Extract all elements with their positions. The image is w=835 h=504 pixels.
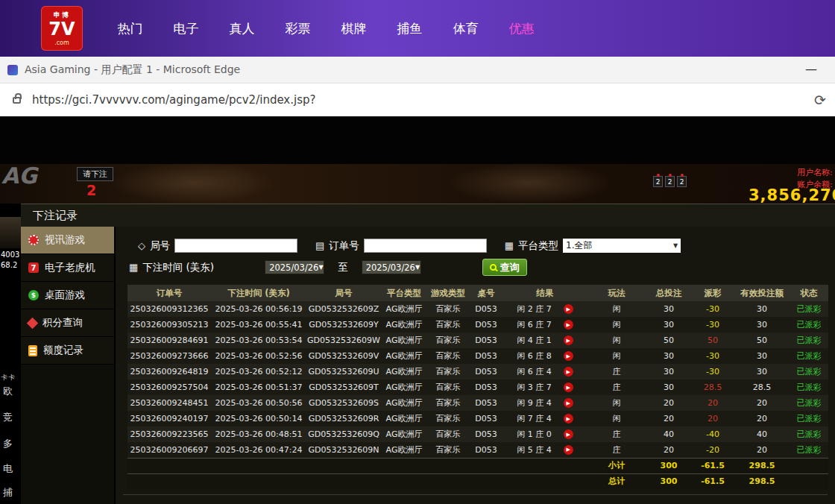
cell-payout: -30 [691,317,734,333]
cell-result: 闲 7 庄 4▶ [503,411,587,426]
cell-total: 30 [646,348,691,364]
cell-game-type: 百家乐 [427,395,469,411]
table-row: 2503260093052132025-03-26 00:55:41GD0532… [127,317,828,333]
cell-time: 2025-03-26 00:47:24 [211,442,306,458]
cell-order: 250326009273666 [127,348,211,364]
cell-valid: 20 [734,442,790,458]
cell-result: 闲 2 庄 7▶ [503,301,587,317]
round-input[interactable] [174,239,297,253]
table-row: 2503260092401972025-03-26 00:50:14GD0532… [127,411,828,426]
cell-table-no: D053 [469,411,503,426]
cell-valid: 28.5 [734,379,790,395]
date-to-value: 2025/03/26 [366,262,415,273]
nav-item-1[interactable]: 热门 [102,20,158,37]
cell-play: 庄 [587,426,646,442]
nav-item-4[interactable]: 彩票 [270,20,326,37]
address-url[interactable]: https://gci.7vvvvvv.com/agingame/pcv2/in… [32,93,315,107]
countdown-number: 2 [86,182,96,198]
nav-item-5[interactable]: 棋牌 [326,20,382,37]
cell-round: GD0532532609U [306,364,381,379]
strip-menu-item[interactable]: 捕 [3,486,13,500]
cell-table-no: D053 [469,317,503,333]
cell-table-no: D053 [469,301,503,317]
table-row: 2503260092846912025-03-26 00:53:54GD0532… [127,333,828,348]
result-wrap: 闲 7 庄 4▶ [503,413,587,424]
sidebar-item-4[interactable]: 积分查询 [21,309,114,337]
left-cutoff-strip: 400368.2卡卡欧竞多电捕 [0,204,21,504]
strip-menu-item[interactable]: 竞 [3,411,13,424]
result-wrap: 闲 6 庄 8▶ [503,350,587,362]
cell-time: 2025-03-26 00:48:51 [211,426,306,442]
record-icon [28,345,37,356]
game-background: AG 请下注 2 222 用户名称: 账户余额: 3,856,270.0 [0,118,835,204]
replay-play-icon[interactable]: ▶ [564,320,573,330]
refresh-icon[interactable]: ⟳ [814,92,826,108]
replay-play-icon[interactable]: ▶ [564,414,573,423]
sum-status [790,458,828,473]
cell-time: 2025-03-26 00:52:12 [211,364,306,379]
replay-play-icon[interactable]: ▶ [564,367,573,377]
nav-item-8[interactable]: 优惠 [494,20,549,37]
sidebar-item-1[interactable]: 视讯游戏 [21,227,114,254]
cell-play: 庄 [587,379,646,395]
nav-item-7[interactable]: 体育 [438,20,494,37]
sum-payout: -61.5 [691,458,734,473]
replay-play-icon[interactable]: ▶ [564,336,573,345]
minimize-button[interactable]: — [805,62,817,76]
cell-result: 闲 1 庄 0▶ [503,426,587,442]
column-header: 结果 [503,285,587,301]
nav-item-2[interactable]: 电子 [158,20,214,37]
calendar-icon: ▦ [129,262,138,273]
cell-status: 已派彩 [790,301,828,317]
column-header: 订单号 [127,285,211,301]
cell-game-type: 百家乐 [427,364,469,379]
strip-menu-item[interactable]: 卡卡 [1,373,16,382]
cell-time: 2025-03-26 00:52:56 [211,348,306,364]
panel-title: 下注记录 [33,209,78,223]
edge-tab-icon [7,65,18,75]
result-wrap: 闲 6 庄 7▶ [503,319,587,330]
replay-play-icon[interactable]: ▶ [564,429,573,439]
cell-order: 250326009248451 [127,395,211,411]
result-text: 闲 6 庄 7 [517,319,552,330]
cell-round: GD0532532609W [306,333,381,348]
cell-valid: 40 [734,426,790,442]
cell-play: 闲 [587,301,646,317]
search-button[interactable]: 查询 [482,259,527,276]
order-input[interactable] [364,239,487,253]
strip-menu-item[interactable]: 多 [3,437,13,450]
date-to-select[interactable]: 2025/03/26 ▼ [362,260,421,274]
nav-item-6[interactable]: 捕鱼 [382,20,438,37]
round-label: 局号 [150,239,170,253]
column-header: 总投注 [646,285,691,301]
cell-payout: -30 [691,348,734,364]
cell-payout: -30 [691,301,734,317]
address-bar: https://gci.7vvvvvv.com/agingame/pcv2/in… [0,84,835,118]
cell-order: 250326009312365 [127,301,211,317]
replay-play-icon[interactable]: ▶ [564,351,573,361]
panel-content: ◇ 局号 ▤ 订单号 ▦ 平台类型 1.全部 ▼ [116,227,835,504]
nav-item-3[interactable]: 真人 [214,20,270,37]
window-title: Asia Gaming - 用户配置 1 - Microsoft Edge [25,63,240,77]
replay-play-icon[interactable]: ▶ [564,445,573,455]
date-from-select[interactable]: 2025/03/26 ▼ [265,260,324,274]
top-navigation-bar: 申博 7V .com 热门电子真人彩票棋牌捕鱼体育优惠 [0,0,835,57]
site-logo[interactable]: 申博 7V .com [41,6,83,51]
strip-menu-item[interactable]: 电 [3,462,13,476]
strip-menu-item[interactable]: 欧 [3,385,13,398]
replay-play-icon[interactable]: ▶ [564,398,573,408]
sidebar-item-3[interactable]: 桌面游戏 [21,282,114,309]
panel-header: 下注记录 [21,204,835,227]
column-header: 平台类型 [381,285,427,301]
sidebar-item-2[interactable]: 电子老虎机 [21,254,114,282]
platform-select[interactable]: 1.全部 ▼ [563,239,681,253]
replay-play-icon[interactable]: ▶ [564,304,573,314]
sidebar-item-5[interactable]: 额度记录 [21,337,114,365]
replay-play-icon[interactable]: ▶ [564,382,573,392]
result-text: 闲 5 庄 4 [517,444,552,456]
result-text: 闲 9 庄 4 [517,397,552,409]
platform-select-value: 1.全部 [566,239,592,252]
sum-total: 300 [646,473,691,489]
cell-platform: AG欧洲厅 [381,317,427,333]
cell-game-type: 百家乐 [427,379,469,395]
